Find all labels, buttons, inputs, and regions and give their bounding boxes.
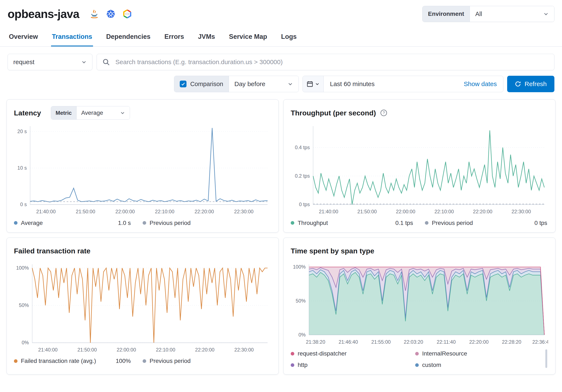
refresh-icon [515, 81, 521, 87]
calendar-icon [306, 81, 313, 87]
legend-label: http [298, 362, 308, 368]
series-dot [14, 359, 18, 363]
svg-text:22:20:00: 22:20:00 [195, 209, 214, 214]
series-dot [291, 352, 294, 356]
comparison-toggle[interactable]: Comparison [174, 76, 229, 92]
legend-scrollbar[interactable] [545, 349, 547, 368]
tab-transactions[interactable]: Transactions [51, 28, 93, 47]
legend-item[interactable]: Previous period 0 tps [425, 220, 548, 226]
failed-rate-legend: Failed transaction rate (avg.) 100% Prev… [14, 358, 271, 364]
help-icon[interactable]: ? [380, 109, 387, 117]
span-type-panel-header: Time spent by span type [291, 244, 548, 258]
svg-text:22:10:00: 22:10:00 [156, 347, 175, 353]
failed-rate-panel: Failed transaction rate 0%50%100%21:40:0… [7, 238, 279, 374]
tab-dependencies[interactable]: Dependencies [105, 28, 151, 47]
failed-rate-chart[interactable]: 0%50%100%21:40:0021:50:0022:00:0022:10:0… [14, 260, 271, 354]
time-range-value[interactable]: Last 60 minutes [324, 80, 381, 88]
quick-select-button[interactable] [303, 76, 324, 92]
throughput-chart[interactable]: 0 tps0.2 tps0.4 tps21:40:0021:50:0022:00… [291, 122, 548, 215]
legend-item[interactable]: request-dispatcher [291, 350, 415, 357]
svg-text:0 s: 0 s [20, 202, 27, 207]
svg-text:21:55:00: 21:55:00 [371, 339, 391, 344]
svg-text:0%: 0% [299, 332, 306, 338]
legend-item[interactable]: Previous period [143, 358, 271, 364]
legend-item[interactable]: http [291, 362, 415, 368]
svg-text:0 tps: 0 tps [299, 202, 310, 207]
chevron-down-icon [543, 11, 549, 17]
metric-label: Metric [51, 106, 77, 119]
environment-selected-value: All [475, 11, 482, 18]
legend-value: 0.1 tps [395, 220, 413, 226]
environment-filter: Environment All [422, 6, 554, 22]
latency-chart[interactable]: 0 s10 s20 s21:40:0021:50:0022:00:0022:10… [14, 122, 271, 215]
latency-metric-control: Metric Average [51, 106, 130, 120]
tab-errors[interactable]: Errors [164, 28, 185, 47]
refresh-button[interactable]: Refresh [507, 76, 554, 92]
svg-text:22:10:00: 22:10:00 [434, 209, 454, 214]
latency-metric-select[interactable]: Average [77, 106, 130, 119]
svg-text:50%: 50% [296, 298, 306, 304]
chevron-down-icon [120, 110, 125, 115]
show-dates-link[interactable]: Show dates [464, 80, 503, 88]
panel-title: Failed transaction rate [14, 247, 91, 255]
search-icon [102, 58, 110, 66]
legend-label: InternalResource [422, 350, 467, 357]
comparison-control: Comparison Day before [174, 76, 299, 92]
svg-text:21:50:00: 21:50:00 [77, 347, 97, 353]
span-type-legend: request-dispatcher InternalResource http… [291, 350, 548, 368]
svg-text:22:36:40: 22:36:40 [532, 339, 548, 344]
svg-text:20 s: 20 s [17, 129, 27, 134]
svg-text:21:40:00: 21:40:00 [36, 209, 56, 214]
legend-label: request-dispatcher [298, 350, 347, 357]
tab-service-map[interactable]: Service Map [228, 28, 268, 47]
legend-label: Failed transaction rate (avg.) [21, 358, 96, 364]
svg-text:22:10:00: 22:10:00 [155, 209, 175, 214]
svg-text:22:03:20: 22:03:20 [404, 339, 423, 344]
latency-legend: Average 1.0 s Previous period [14, 220, 271, 226]
environment-select[interactable]: All [470, 6, 554, 22]
tab-overview[interactable]: Overview [8, 28, 39, 47]
panel-title: Time spent by span type [291, 247, 374, 255]
date-picker: Last 60 minutes Show dates [303, 76, 503, 92]
kubernetes-icon [106, 9, 116, 19]
legend-item[interactable]: InternalResource [415, 350, 540, 357]
charts-grid: Latency Metric Average 0 s10 s20 s21:40:… [7, 99, 555, 374]
panel-title: Throughput (per second) [291, 109, 376, 117]
series-dot [415, 352, 419, 356]
svg-text:22:20:00: 22:20:00 [473, 209, 492, 214]
legend-item[interactable]: custom [415, 362, 540, 368]
legend-item[interactable]: Throughput 0.1 tps [291, 220, 425, 226]
latency-metric-value: Average [81, 109, 103, 116]
svg-text:100%: 100% [293, 264, 305, 270]
legend-value: 0 tps [534, 220, 547, 226]
filter-row: request [0, 47, 562, 70]
svg-text:50%: 50% [19, 303, 29, 308]
series-dot [143, 359, 146, 363]
svg-text:0.2 tps: 0.2 tps [295, 173, 310, 179]
comparison-period-value: Day before [234, 80, 265, 88]
legend-item[interactable]: Previous period [143, 220, 271, 226]
series-dot [14, 221, 18, 225]
search-box [97, 54, 554, 70]
environment-label: Environment [422, 6, 470, 22]
check-icon [181, 82, 186, 86]
legend-label: Previous period [150, 220, 191, 226]
legend-item[interactable]: Average 1.0 s [14, 220, 143, 226]
comparison-period-select[interactable]: Day before [229, 76, 299, 92]
throughput-panel: Throughput (per second) ? 0 tps0.2 tps0.… [283, 99, 555, 233]
search-transactions-input[interactable] [97, 54, 554, 70]
tab-jvms[interactable]: JVMs [197, 28, 216, 47]
legend-item[interactable]: Failed transaction rate (avg.) 100% [14, 358, 143, 364]
svg-text:22:30:00: 22:30:00 [234, 347, 254, 353]
span-type-chart[interactable]: 0%50%100%21:38:2021:46:4021:55:0022:03:2… [291, 260, 548, 345]
transaction-type-select[interactable]: request [8, 54, 92, 70]
latency-panel-header: Latency Metric Average [14, 106, 271, 120]
series-dot [291, 221, 294, 225]
series-dot [425, 221, 428, 225]
service-tabs: Overview Transactions Dependencies Error… [0, 28, 562, 47]
tab-logs[interactable]: Logs [280, 28, 297, 47]
series-dot [291, 363, 294, 367]
svg-text:22:00:00: 22:00:00 [117, 347, 136, 353]
comparison-checkbox[interactable] [180, 81, 187, 87]
svg-text:22:00:00: 22:00:00 [396, 209, 415, 214]
